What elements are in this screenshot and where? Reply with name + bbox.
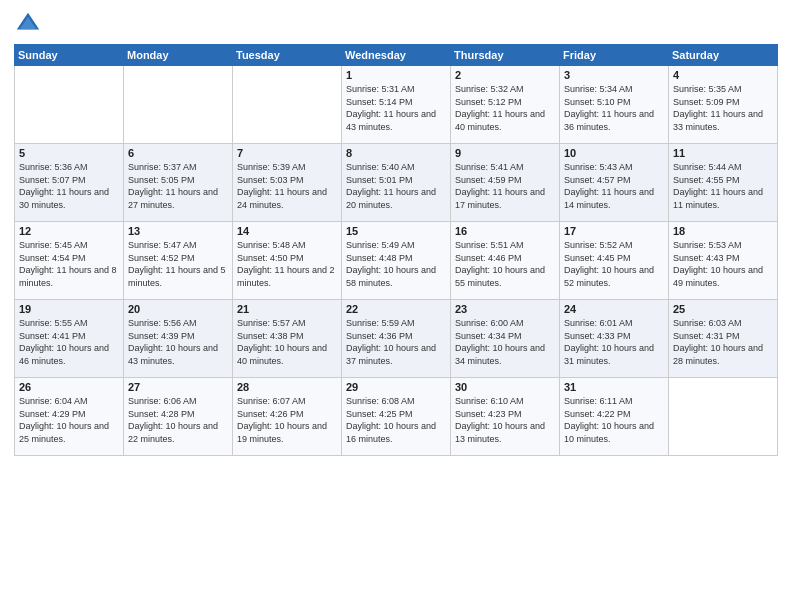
day-number: 17: [564, 225, 664, 237]
weekday-header-tuesday: Tuesday: [233, 45, 342, 66]
day-info: Sunrise: 5:53 AM Sunset: 4:43 PM Dayligh…: [673, 239, 773, 289]
weekday-header-friday: Friday: [560, 45, 669, 66]
day-info: Sunrise: 5:49 AM Sunset: 4:48 PM Dayligh…: [346, 239, 446, 289]
day-cell-19: 19Sunrise: 5:55 AM Sunset: 4:41 PM Dayli…: [15, 300, 124, 378]
empty-cell: [669, 378, 778, 456]
day-info: Sunrise: 5:44 AM Sunset: 4:55 PM Dayligh…: [673, 161, 773, 211]
day-number: 9: [455, 147, 555, 159]
day-info: Sunrise: 5:41 AM Sunset: 4:59 PM Dayligh…: [455, 161, 555, 211]
day-info: Sunrise: 5:37 AM Sunset: 5:05 PM Dayligh…: [128, 161, 228, 211]
empty-cell: [124, 66, 233, 144]
day-info: Sunrise: 5:56 AM Sunset: 4:39 PM Dayligh…: [128, 317, 228, 367]
day-info: Sunrise: 5:32 AM Sunset: 5:12 PM Dayligh…: [455, 83, 555, 133]
day-cell-2: 2Sunrise: 5:32 AM Sunset: 5:12 PM Daylig…: [451, 66, 560, 144]
day-info: Sunrise: 5:48 AM Sunset: 4:50 PM Dayligh…: [237, 239, 337, 289]
day-info: Sunrise: 6:03 AM Sunset: 4:31 PM Dayligh…: [673, 317, 773, 367]
day-number: 5: [19, 147, 119, 159]
logo: [14, 10, 46, 38]
day-info: Sunrise: 5:52 AM Sunset: 4:45 PM Dayligh…: [564, 239, 664, 289]
day-number: 24: [564, 303, 664, 315]
day-number: 12: [19, 225, 119, 237]
day-info: Sunrise: 6:11 AM Sunset: 4:22 PM Dayligh…: [564, 395, 664, 445]
day-info: Sunrise: 6:01 AM Sunset: 4:33 PM Dayligh…: [564, 317, 664, 367]
day-number: 7: [237, 147, 337, 159]
day-cell-15: 15Sunrise: 5:49 AM Sunset: 4:48 PM Dayli…: [342, 222, 451, 300]
day-cell-11: 11Sunrise: 5:44 AM Sunset: 4:55 PM Dayli…: [669, 144, 778, 222]
day-cell-29: 29Sunrise: 6:08 AM Sunset: 4:25 PM Dayli…: [342, 378, 451, 456]
day-info: Sunrise: 6:10 AM Sunset: 4:23 PM Dayligh…: [455, 395, 555, 445]
day-info: Sunrise: 6:00 AM Sunset: 4:34 PM Dayligh…: [455, 317, 555, 367]
week-row-5: 26Sunrise: 6:04 AM Sunset: 4:29 PM Dayli…: [15, 378, 778, 456]
day-number: 28: [237, 381, 337, 393]
day-number: 30: [455, 381, 555, 393]
day-info: Sunrise: 5:39 AM Sunset: 5:03 PM Dayligh…: [237, 161, 337, 211]
day-info: Sunrise: 5:57 AM Sunset: 4:38 PM Dayligh…: [237, 317, 337, 367]
day-cell-30: 30Sunrise: 6:10 AM Sunset: 4:23 PM Dayli…: [451, 378, 560, 456]
day-cell-20: 20Sunrise: 5:56 AM Sunset: 4:39 PM Dayli…: [124, 300, 233, 378]
day-cell-7: 7Sunrise: 5:39 AM Sunset: 5:03 PM Daylig…: [233, 144, 342, 222]
day-info: Sunrise: 5:36 AM Sunset: 5:07 PM Dayligh…: [19, 161, 119, 211]
day-number: 13: [128, 225, 228, 237]
day-number: 26: [19, 381, 119, 393]
day-cell-3: 3Sunrise: 5:34 AM Sunset: 5:10 PM Daylig…: [560, 66, 669, 144]
day-info: Sunrise: 5:34 AM Sunset: 5:10 PM Dayligh…: [564, 83, 664, 133]
day-cell-9: 9Sunrise: 5:41 AM Sunset: 4:59 PM Daylig…: [451, 144, 560, 222]
day-number: 25: [673, 303, 773, 315]
day-number: 29: [346, 381, 446, 393]
logo-icon: [14, 10, 42, 38]
day-number: 11: [673, 147, 773, 159]
day-cell-23: 23Sunrise: 6:00 AM Sunset: 4:34 PM Dayli…: [451, 300, 560, 378]
weekday-header-saturday: Saturday: [669, 45, 778, 66]
day-info: Sunrise: 6:04 AM Sunset: 4:29 PM Dayligh…: [19, 395, 119, 445]
day-info: Sunrise: 5:55 AM Sunset: 4:41 PM Dayligh…: [19, 317, 119, 367]
day-number: 18: [673, 225, 773, 237]
day-cell-18: 18Sunrise: 5:53 AM Sunset: 4:43 PM Dayli…: [669, 222, 778, 300]
weekday-header-thursday: Thursday: [451, 45, 560, 66]
day-info: Sunrise: 6:06 AM Sunset: 4:28 PM Dayligh…: [128, 395, 228, 445]
day-number: 4: [673, 69, 773, 81]
week-row-3: 12Sunrise: 5:45 AM Sunset: 4:54 PM Dayli…: [15, 222, 778, 300]
day-cell-31: 31Sunrise: 6:11 AM Sunset: 4:22 PM Dayli…: [560, 378, 669, 456]
day-cell-8: 8Sunrise: 5:40 AM Sunset: 5:01 PM Daylig…: [342, 144, 451, 222]
day-info: Sunrise: 5:35 AM Sunset: 5:09 PM Dayligh…: [673, 83, 773, 133]
empty-cell: [233, 66, 342, 144]
day-info: Sunrise: 5:51 AM Sunset: 4:46 PM Dayligh…: [455, 239, 555, 289]
day-cell-21: 21Sunrise: 5:57 AM Sunset: 4:38 PM Dayli…: [233, 300, 342, 378]
day-cell-22: 22Sunrise: 5:59 AM Sunset: 4:36 PM Dayli…: [342, 300, 451, 378]
day-info: Sunrise: 5:40 AM Sunset: 5:01 PM Dayligh…: [346, 161, 446, 211]
day-cell-12: 12Sunrise: 5:45 AM Sunset: 4:54 PM Dayli…: [15, 222, 124, 300]
weekday-header-sunday: Sunday: [15, 45, 124, 66]
calendar: SundayMondayTuesdayWednesdayThursdayFrid…: [14, 44, 778, 456]
day-number: 14: [237, 225, 337, 237]
day-number: 2: [455, 69, 555, 81]
day-cell-28: 28Sunrise: 6:07 AM Sunset: 4:26 PM Dayli…: [233, 378, 342, 456]
day-number: 21: [237, 303, 337, 315]
day-number: 20: [128, 303, 228, 315]
day-cell-13: 13Sunrise: 5:47 AM Sunset: 4:52 PM Dayli…: [124, 222, 233, 300]
empty-cell: [15, 66, 124, 144]
day-info: Sunrise: 6:07 AM Sunset: 4:26 PM Dayligh…: [237, 395, 337, 445]
day-number: 31: [564, 381, 664, 393]
day-info: Sunrise: 5:47 AM Sunset: 4:52 PM Dayligh…: [128, 239, 228, 289]
weekday-header-monday: Monday: [124, 45, 233, 66]
day-info: Sunrise: 5:31 AM Sunset: 5:14 PM Dayligh…: [346, 83, 446, 133]
header: [14, 10, 778, 38]
weekday-header-row: SundayMondayTuesdayWednesdayThursdayFrid…: [15, 45, 778, 66]
day-cell-26: 26Sunrise: 6:04 AM Sunset: 4:29 PM Dayli…: [15, 378, 124, 456]
day-cell-6: 6Sunrise: 5:37 AM Sunset: 5:05 PM Daylig…: [124, 144, 233, 222]
day-cell-1: 1Sunrise: 5:31 AM Sunset: 5:14 PM Daylig…: [342, 66, 451, 144]
day-number: 27: [128, 381, 228, 393]
day-cell-14: 14Sunrise: 5:48 AM Sunset: 4:50 PM Dayli…: [233, 222, 342, 300]
day-cell-4: 4Sunrise: 5:35 AM Sunset: 5:09 PM Daylig…: [669, 66, 778, 144]
day-number: 19: [19, 303, 119, 315]
day-number: 6: [128, 147, 228, 159]
day-number: 1: [346, 69, 446, 81]
page: SundayMondayTuesdayWednesdayThursdayFrid…: [0, 0, 792, 612]
day-number: 22: [346, 303, 446, 315]
day-number: 16: [455, 225, 555, 237]
day-cell-25: 25Sunrise: 6:03 AM Sunset: 4:31 PM Dayli…: [669, 300, 778, 378]
weekday-header-wednesday: Wednesday: [342, 45, 451, 66]
day-cell-17: 17Sunrise: 5:52 AM Sunset: 4:45 PM Dayli…: [560, 222, 669, 300]
day-cell-16: 16Sunrise: 5:51 AM Sunset: 4:46 PM Dayli…: [451, 222, 560, 300]
day-info: Sunrise: 5:43 AM Sunset: 4:57 PM Dayligh…: [564, 161, 664, 211]
